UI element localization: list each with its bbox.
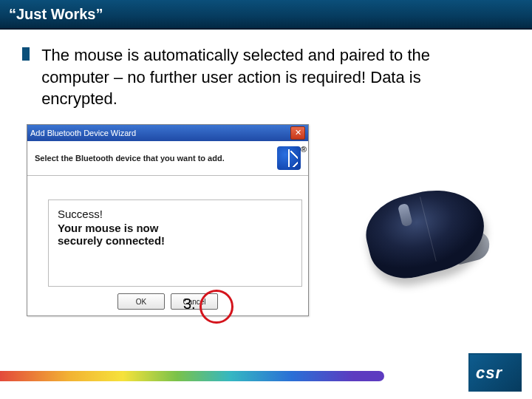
wizard-titlebar: Add Bluetooth Device Wizard ✕ <box>27 125 308 141</box>
close-icon[interactable]: ✕ <box>290 126 305 140</box>
mouse-body <box>358 179 493 286</box>
rainbow-stripe-icon <box>0 371 384 381</box>
message-line-3: securely connected! <box>58 234 293 247</box>
message-line-2: Your mouse is now <box>58 222 293 234</box>
wizard-title: Add Bluetooth Device Wizard <box>30 129 290 137</box>
bluetooth-icon: ® <box>277 146 301 170</box>
wizard-footer: OK Cancel <box>27 293 308 310</box>
wizard-header: Select the Bluetooth device that you wan… <box>27 141 308 176</box>
step-number: 3. <box>183 296 196 313</box>
wizard-instruction: Select the Bluetooth device that you wan… <box>35 154 225 163</box>
slide: “Just Works” The mouse is automatically … <box>0 0 532 399</box>
wizard-body: Success! Your mouse is now securely conn… <box>27 176 308 293</box>
bullet-marker-icon <box>22 47 30 61</box>
registered-trademark: ® <box>301 145 307 154</box>
ok-button[interactable]: OK <box>117 293 165 310</box>
csr-logo: csr <box>468 353 522 392</box>
message-line-1: Success! <box>58 208 293 220</box>
mouse-image <box>359 177 491 281</box>
bullet-text: The mouse is automatically selected and … <box>41 44 499 110</box>
bullet-item: The mouse is automatically selected and … <box>22 44 510 110</box>
wizard-message-box: Success! Your mouse is now securely conn… <box>48 200 302 287</box>
slide-title-bar: “Just Works” <box>0 0 532 30</box>
csr-logo-text: csr <box>476 364 502 383</box>
bluetooth-wizard-window: Add Bluetooth Device Wizard ✕ Select the… <box>27 124 309 316</box>
slide-title: “Just Works” <box>0 0 103 28</box>
